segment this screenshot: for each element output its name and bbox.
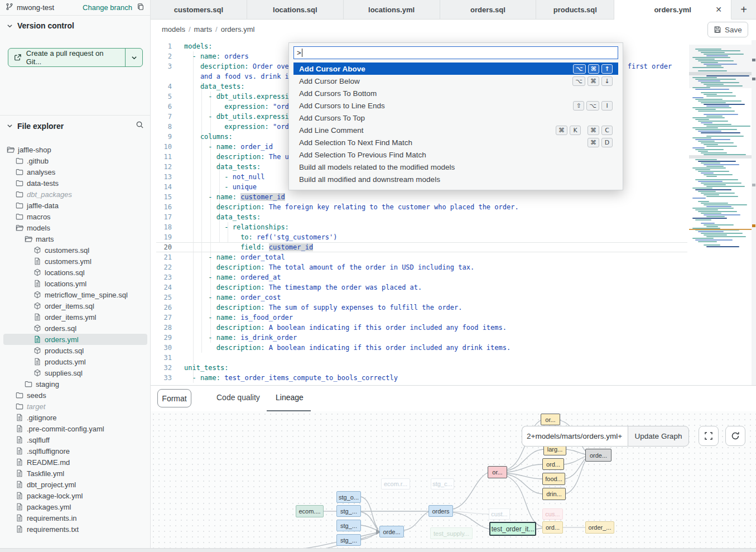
lineage-node-stg-[interactable]: stg_... (336, 505, 361, 517)
lineage-node-ecom-[interactable]: ecom.... (296, 505, 324, 517)
palette-item-add-cursor-below[interactable]: Add Cursor Below⌥⌘↓ (293, 75, 618, 87)
lineage-canvas[interactable]: Update Graph ecom....stg_o...stg_...stg_… (151, 411, 756, 548)
file-tree-item-customers-sql[interactable]: customers.sql (3, 244, 147, 256)
file-tree-item-orders-yml[interactable]: orders.yml (3, 334, 147, 345)
model-icon (33, 268, 41, 276)
command-palette-input[interactable]: > (293, 46, 618, 59)
palette-item-add-line-comment[interactable]: Add Line Comment⌘K⌘C (293, 124, 618, 136)
file-explorer-header[interactable]: File explorer (7, 121, 144, 131)
create-pr-button[interactable]: Create a pull request on Git... (8, 48, 143, 67)
lineage-node-cus-[interactable]: cus... (542, 508, 563, 520)
lineage-node-orde-[interactable]: orde... (585, 449, 611, 462)
pr-dropdown-caret[interactable] (126, 49, 142, 66)
lineage-node-stg-[interactable]: stg_... (336, 520, 361, 531)
file-tree-item--sqlfluff[interactable]: .sqlfluff (3, 434, 147, 445)
breadcrumb-models[interactable]: models (162, 25, 185, 33)
new-tab-button[interactable]: + (731, 0, 756, 19)
lineage-node-food-[interactable]: food... (542, 473, 565, 485)
tab-customers-sql[interactable]: customers.sql (151, 0, 247, 19)
file-tree-item--gitignore[interactable]: .gitignore (3, 412, 147, 423)
file-tree-item-customers-yml[interactable]: customers.yml (3, 256, 147, 267)
file-tree-item--sqlfluffignore[interactable]: .sqlfluffignore (3, 445, 147, 457)
lineage-node-ord-[interactable]: ord... (542, 521, 563, 534)
lineage-node-stg-[interactable]: stg_... (336, 534, 361, 546)
tab-orders-yml[interactable]: orders.yml✕ (614, 0, 731, 20)
palette-item-add-cursors-to-top[interactable]: Add Cursors To Top (293, 112, 618, 124)
tab-code-quality[interactable]: Code quality (216, 393, 260, 402)
file-tree-item-requirements-in[interactable]: requirements.in (3, 512, 147, 524)
tab-lineage[interactable]: Lineage (276, 393, 304, 402)
file-tree-item-dbt-project-yml[interactable]: dbt_project.yml (3, 479, 147, 490)
file-tree-item-jaffle-data[interactable]: jaffle-data (3, 200, 147, 211)
file-tree-item-taskfile-yml[interactable]: Taskfile.yml (3, 468, 147, 479)
search-icon[interactable] (136, 121, 144, 131)
file-tree-item-order-items-sql[interactable]: order_items.sql (3, 300, 147, 311)
palette-item-add-cursors-to-line-ends[interactable]: Add Cursors to Line Ends⇧⌥I (293, 99, 618, 112)
file-tree-item-metricflow-time-spine-sql[interactable]: metricflow_time_spine.sql (3, 289, 147, 300)
save-button[interactable]: Save (707, 22, 748, 37)
lineage-node-ord-[interactable]: ord... (542, 458, 564, 470)
lineage-filter-input[interactable] (522, 426, 628, 447)
lineage-node-stg-o-[interactable]: stg_o... (336, 491, 361, 503)
tab-products-sql[interactable]: products.sql (536, 0, 614, 19)
breadcrumb-marts[interactable]: marts (194, 25, 213, 33)
update-graph-button[interactable]: Update Graph (628, 426, 689, 447)
close-tab-icon[interactable]: ✕ (715, 5, 722, 14)
file-tree-item-package-lock-yml[interactable]: package-lock.yml (3, 490, 147, 501)
palette-item-add-cursors-to-bottom[interactable]: Add Cursors To Bottom (293, 87, 618, 99)
file-tree-item--github[interactable]: .github (3, 155, 147, 166)
file-tree-item-orders-sql[interactable]: orders.sql (3, 323, 147, 334)
file-tree-item-dbt-packages[interactable]: dbt_packages (3, 189, 147, 200)
lineage-node-or-[interactable]: or... (488, 466, 507, 478)
shortcut-key: K (570, 126, 581, 135)
file-tree-item-data-tests[interactable]: data-tests (3, 177, 147, 189)
tab-locations-sql[interactable]: locations.sql (247, 0, 344, 19)
palette-item-build-all-modified-and-downstream-models[interactable]: Build all modified and downstream models (293, 173, 618, 185)
minimap[interactable] (689, 45, 752, 252)
lineage-node-ecom-r-[interactable]: ecom.r... (381, 478, 410, 489)
breadcrumb-file[interactable]: orders.yml (221, 25, 255, 33)
format-button[interactable]: Format (157, 389, 191, 407)
lineage-node-test-supply-[interactable]: test_supply... (430, 527, 473, 539)
file-tree-item-products-yml[interactable]: products.yml (3, 356, 147, 367)
lineage-node-stg-c-[interactable]: stg_c... (431, 478, 454, 489)
file-tree-item-staging[interactable]: staging (3, 378, 147, 390)
version-control-header[interactable]: Version control (7, 21, 74, 30)
file-tree-item-target[interactable]: target (3, 401, 147, 412)
lineage-node-drin-[interactable]: drin... (542, 488, 566, 500)
palette-item-add-selection-to-previous-find-match[interactable]: Add Selection To Previous Find Match (293, 148, 618, 161)
lineage-node-test-order-it-[interactable]: test_order_it... (489, 522, 536, 536)
file-tree-item-jaffle-shop[interactable]: jaffle-shop (3, 144, 147, 155)
copy-icon[interactable] (137, 3, 145, 13)
palette-item-add-cursor-above[interactable]: Add Cursor Above⌥⌘↑ (293, 63, 618, 75)
file-tree-item-products-sql[interactable]: products.sql (3, 345, 147, 356)
refresh-button[interactable] (725, 426, 745, 446)
code-line: - name: is_drink_order (184, 333, 297, 343)
palette-item-add-selection-to-next-find-match[interactable]: Add Selection To Next Find Match⌘D (293, 136, 618, 148)
lineage-node-or-[interactable]: or... (541, 414, 560, 425)
fullscreen-button[interactable] (699, 426, 719, 446)
tab-orders-sql[interactable]: orders.sql (440, 0, 537, 19)
editor-scrollbar[interactable] (752, 40, 756, 385)
file-tree-item-models[interactable]: models (3, 222, 147, 233)
file-tree-item-marts[interactable]: marts (3, 233, 147, 244)
file-tree-item-requirements-txt[interactable]: requirements.txt (3, 524, 147, 535)
palette-item-build-all-models-related-to-the-modified-models[interactable]: Build all models related to the modified… (293, 161, 618, 173)
file-tree-item-analyses[interactable]: analyses (3, 166, 147, 177)
change-branch-link[interactable]: Change branch (83, 3, 132, 12)
file-tree-item-locations-yml[interactable]: locations.yml (3, 278, 147, 289)
file-tree-item-macros[interactable]: macros (3, 211, 147, 222)
lineage-node-orders[interactable]: orders (428, 505, 453, 517)
file-tree-item-readme-md[interactable]: README.md (3, 457, 147, 468)
doc-icon (33, 313, 41, 321)
file-tree-item-locations-sql[interactable]: locations.sql (3, 267, 147, 278)
lineage-node-order-[interactable]: order_... (585, 521, 614, 534)
file-tree-item--pre-commit-config-yaml[interactable]: .pre-commit-config.yaml (3, 423, 147, 434)
file-tree-item-seeds[interactable]: seeds (3, 390, 147, 401)
file-tree-item-packages-yml[interactable]: packages.yml (3, 501, 147, 512)
file-tree-item-supplies-sql[interactable]: supplies.sql (3, 367, 147, 378)
file-tree-item-order-items-yml[interactable]: order_items.yml (3, 311, 147, 323)
tab-locations-yml[interactable]: locations.yml (344, 0, 440, 19)
lineage-node-cust-[interactable]: cust... (489, 508, 510, 520)
lineage-node-orde-[interactable]: orde... (379, 526, 404, 537)
